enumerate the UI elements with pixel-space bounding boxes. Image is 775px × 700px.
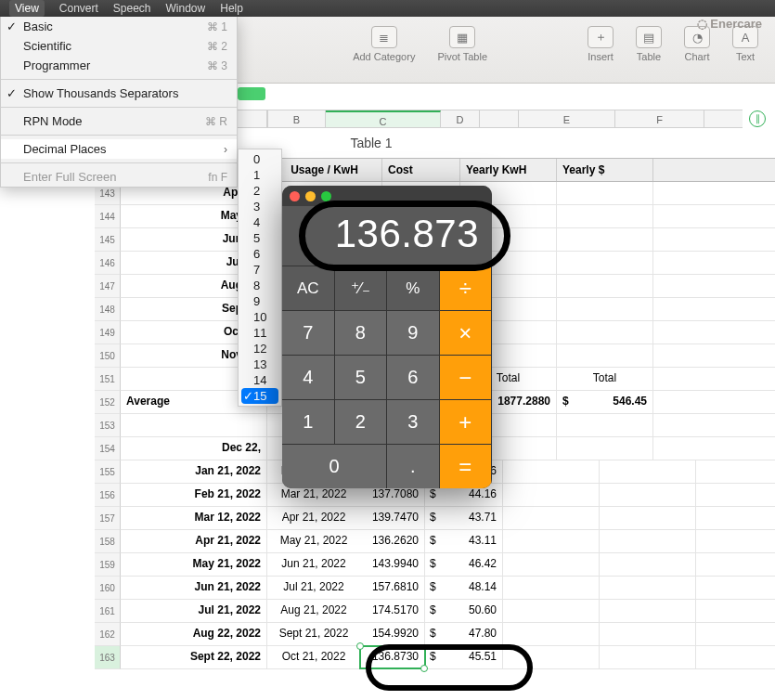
cell[interactable] — [557, 275, 653, 297]
decimal-option-5[interactable]: 5 — [239, 230, 281, 246]
cell[interactable] — [557, 344, 653, 367]
row-number[interactable]: 154 — [95, 437, 121, 460]
key-4[interactable]: 4 — [282, 355, 335, 399]
menu-rpn[interactable]: RPN Mode⌘ R — [1, 111, 237, 131]
cell[interactable] — [600, 460, 696, 483]
cell[interactable] — [503, 623, 600, 645]
row-number[interactable]: 150 — [95, 344, 121, 368]
key-plusminus[interactable]: ⁺∕₋ — [335, 266, 388, 310]
menu-basic[interactable]: ✓Basic⌘ 1 — [1, 17, 237, 36]
cell[interactable] — [600, 577, 696, 599]
key-divide[interactable]: ÷ — [440, 266, 493, 310]
cell[interactable]: Jul 21, 2022 — [121, 600, 267, 622]
cell[interactable]: 43.71 — [438, 507, 503, 529]
cell[interactable]: 157.6810 — [360, 577, 425, 599]
cell[interactable] — [600, 646, 696, 668]
table-row[interactable]: 162Aug 22, 2022Sept 21, 2022154.9920$47.… — [121, 623, 775, 646]
cell[interactable]: Feb 21, 2022 — [121, 484, 267, 506]
cell[interactable]: Aug 22, 2022 — [121, 623, 267, 645]
cell[interactable]: Oct 21, 2022 — [267, 646, 360, 668]
cell[interactable]: 46.42 — [438, 553, 503, 576]
menu-help[interactable]: Help — [220, 2, 243, 15]
decimal-option-3[interactable]: 3 — [239, 199, 281, 214]
menu-programmer[interactable]: Programmer⌘ 3 — [1, 56, 237, 75]
key-5[interactable]: 5 — [335, 355, 388, 399]
decimal-option-11[interactable]: 11 — [239, 325, 281, 341]
cell[interactable]: Mar 12, 2022 — [121, 507, 267, 529]
cell[interactable] — [503, 600, 600, 622]
cell[interactable] — [557, 437, 653, 460]
key-7[interactable]: 7 — [282, 310, 335, 355]
cell[interactable]: $ — [425, 507, 438, 529]
row-number[interactable]: 151 — [95, 368, 121, 391]
key-9[interactable]: 9 — [387, 310, 440, 355]
chart-button[interactable]: ◔Chart — [684, 26, 710, 83]
row-number[interactable]: 145 — [95, 228, 121, 252]
key-6[interactable]: 6 — [387, 355, 440, 399]
cell[interactable] — [503, 507, 600, 529]
cell[interactable]: Apr 21, 2022 — [121, 530, 267, 552]
cell[interactable]: 45.51 — [438, 646, 503, 668]
cell[interactable]: Apr 21, 2022 — [267, 507, 360, 529]
key-decimal[interactable]: . — [387, 444, 440, 488]
minimize-icon[interactable] — [305, 191, 316, 201]
insert-button[interactable]: ＋Insert — [588, 26, 614, 83]
pivot-table-button[interactable]: ▦Pivot Table — [437, 26, 487, 83]
row-number[interactable]: 156 — [95, 484, 121, 507]
cell[interactable]: 48.14 — [438, 577, 503, 599]
key-8[interactable]: 8 — [335, 310, 388, 355]
decimal-option-0[interactable]: 0 — [239, 151, 281, 167]
row-number[interactable]: 159 — [95, 553, 121, 577]
row-number[interactable]: 160 — [95, 577, 121, 600]
cell[interactable]: 154.9920 — [360, 623, 425, 645]
cell[interactable] — [600, 507, 696, 529]
table-row[interactable]: 163Sept 22, 2022Oct 21, 2022136.8730$45.… — [121, 646, 775, 669]
cell[interactable] — [503, 646, 600, 668]
row-number[interactable]: 148 — [95, 298, 121, 321]
cell[interactable] — [121, 414, 267, 436]
col-D[interactable]: D — [441, 110, 480, 127]
cell[interactable] — [600, 600, 696, 622]
cell[interactable]: $546.45 — [557, 391, 653, 413]
row-number[interactable]: 149 — [95, 321, 121, 344]
text-button[interactable]: AText — [732, 26, 758, 83]
cell[interactable]: Dec 22, — [121, 437, 267, 460]
key-add[interactable]: + — [440, 399, 493, 444]
menu-thousands[interactable]: ✓Show Thousands Separators — [1, 84, 237, 103]
cell[interactable] — [503, 484, 600, 506]
table-row[interactable]: 161Jul 21, 2022Aug 21, 2022174.5170$50.6… — [121, 600, 775, 623]
cell[interactable]: 50.60 — [438, 600, 503, 622]
decimal-option-9[interactable]: 9 — [239, 293, 281, 309]
menu-convert[interactable]: Convert — [59, 2, 98, 15]
key-0[interactable]: 0 — [282, 444, 387, 488]
cell[interactable]: 136.2620 — [360, 530, 425, 552]
cell[interactable]: 139.7470 — [360, 507, 425, 529]
cell[interactable] — [503, 530, 600, 552]
cell[interactable] — [600, 553, 696, 576]
key-ac[interactable]: AC — [282, 266, 335, 310]
cell[interactable] — [503, 553, 600, 576]
decimal-option-1[interactable]: 1 — [239, 167, 281, 183]
key-subtract[interactable]: − — [440, 355, 493, 399]
menu-scientific[interactable]: Scientific⌘ 2 — [1, 36, 237, 56]
table-row[interactable]: 159May 21, 2022Jun 21, 2022143.9940$46.4… — [121, 553, 775, 577]
col-C[interactable]: C — [326, 110, 441, 127]
cell[interactable] — [557, 414, 653, 436]
row-number[interactable]: 146 — [95, 252, 121, 275]
decimal-option-7[interactable]: 7 — [239, 262, 281, 278]
cell[interactable] — [557, 205, 653, 227]
menu-decimal-places[interactable]: Decimal Places› — [1, 139, 237, 159]
decimal-option-2[interactable]: 2 — [239, 183, 281, 199]
zoom-icon[interactable] — [321, 191, 331, 201]
row-number[interactable]: 157 — [95, 507, 121, 530]
cell[interactable]: 174.5170 — [360, 600, 425, 622]
key-multiply[interactable]: × — [440, 310, 493, 355]
key-2[interactable]: 2 — [335, 399, 388, 444]
cell[interactable]: Jun 21, 2022 — [121, 577, 267, 599]
key-1[interactable]: 1 — [282, 399, 335, 444]
menu-window[interactable]: Window — [166, 2, 206, 15]
cell[interactable]: $ — [425, 600, 438, 622]
table-row[interactable]: 158Apr 21, 2022May 21, 2022136.2620$43.1… — [121, 530, 775, 553]
row-number[interactable]: 158 — [95, 530, 121, 553]
col-F[interactable]: F — [615, 110, 704, 127]
